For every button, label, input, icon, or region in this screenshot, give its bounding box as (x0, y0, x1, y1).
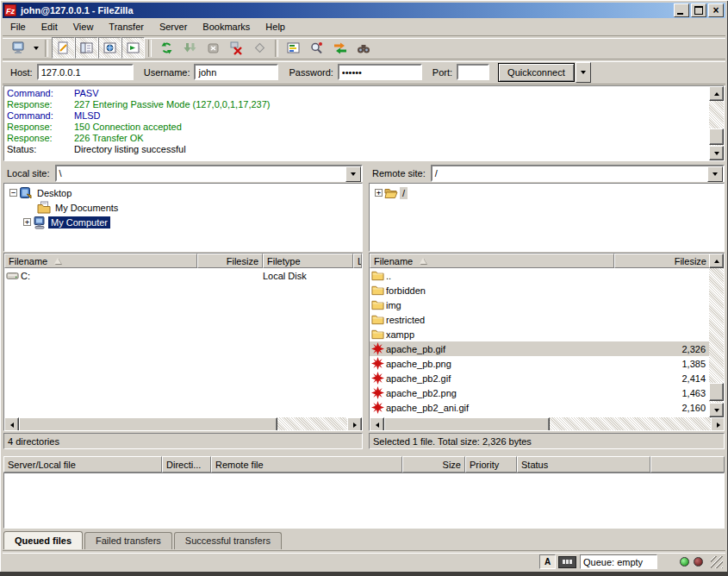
scroll-left-button[interactable] (370, 417, 384, 431)
column-header-direction[interactable]: Directi... (162, 456, 211, 473)
tree-item-desktop[interactable]: − Desktop (4, 185, 362, 200)
scroll-right-button[interactable] (711, 417, 725, 431)
column-header-size[interactable]: Size (402, 456, 465, 473)
column-header-status[interactable]: Status (517, 456, 650, 473)
menu-transfer[interactable]: Transfer (101, 19, 152, 34)
toggle-message-log-button[interactable] (52, 37, 75, 59)
title-bar[interactable]: Fz john@127.0.0.1 - FileZilla × (3, 3, 725, 18)
tab-queued-files[interactable]: Queued files (3, 531, 83, 549)
quickconnect-button[interactable]: Quickconnect (498, 63, 575, 82)
remote-file-row[interactable]: apache_pb.png 1,385 (370, 356, 711, 371)
queue-list[interactable] (3, 473, 725, 529)
log-line: Response:226 Transfer OK (4, 133, 708, 144)
remote-file-row[interactable]: restricted (370, 312, 711, 327)
tab-successful-transfers[interactable]: Successful transfers (174, 532, 282, 549)
remote-file-row[interactable]: xampp (370, 327, 711, 341)
column-header-filesize[interactable]: Filesize (197, 254, 263, 268)
host-input[interactable] (37, 64, 134, 80)
cancel-operation-button[interactable] (202, 37, 225, 59)
local-file-row[interactable]: C: Local Disk (4, 268, 362, 283)
tree-item-root[interactable]: + / (370, 185, 724, 200)
tree-item-my-computer[interactable]: + My Computer (4, 215, 362, 229)
scroll-thumb[interactable] (709, 128, 724, 145)
column-header-filesize[interactable]: Filesize (614, 254, 711, 268)
directory-comparison-button[interactable] (305, 37, 328, 59)
scroll-thumb[interactable] (19, 417, 277, 431)
quickconnect-dropdown[interactable] (576, 62, 591, 83)
scroll-down-button[interactable] (709, 146, 724, 160)
menu-help[interactable]: Help (258, 19, 293, 34)
expand-icon[interactable]: + (375, 189, 383, 197)
maximize-button[interactable] (691, 3, 706, 17)
menu-bookmarks[interactable]: Bookmarks (195, 19, 258, 34)
close-button[interactable]: × (708, 3, 724, 17)
filter-button[interactable] (282, 37, 305, 59)
column-header-priority[interactable]: Priority (465, 456, 517, 473)
local-horizontal-scrollbar[interactable] (4, 417, 362, 431)
column-header-server-local-file[interactable]: Server/Local file (3, 456, 162, 473)
toggle-remote-treeview-button[interactable] (98, 37, 121, 59)
remote-status-text: Selected 1 file. Total size: 2,326 bytes (373, 436, 532, 447)
column-header-filename[interactable]: Filename (370, 254, 614, 268)
scroll-up-button[interactable] (709, 254, 724, 268)
local-site-label: Local site: (3, 168, 55, 178)
combo-dropdown-button[interactable] (707, 166, 723, 182)
menu-edit[interactable]: Edit (34, 19, 65, 34)
scroll-thumb[interactable] (384, 417, 550, 431)
process-queue-button[interactable] (178, 37, 202, 59)
filter-icon (286, 41, 302, 56)
remote-file-row[interactable]: forbidden (370, 283, 711, 297)
collapse-icon[interactable]: − (9, 189, 17, 197)
toggle-local-treeview-button[interactable] (75, 37, 98, 59)
local-status-bar: 4 directories (3, 433, 363, 449)
site-manager-button[interactable] (7, 37, 30, 59)
site-manager-dropdown[interactable] (30, 38, 41, 58)
refresh-button[interactable] (155, 37, 178, 59)
expand-icon[interactable]: + (23, 218, 31, 226)
remote-list-body: .. forbidden img restricted xampp (370, 268, 711, 417)
find-files-button[interactable] (352, 37, 375, 59)
filezilla-window: Fz john@127.0.0.1 - FileZilla × File Edi… (0, 0, 728, 576)
synchronized-browsing-button[interactable] (328, 37, 352, 59)
local-site-bar: Local site: \ (3, 165, 363, 182)
tab-failed-transfers[interactable]: Failed transfers (84, 532, 172, 549)
my-computer-icon (33, 216, 47, 229)
scroll-up-button[interactable] (709, 86, 724, 101)
arrow-left-icon (10, 423, 14, 428)
combo-dropdown-button[interactable] (345, 166, 361, 182)
remote-horizontal-scrollbar[interactable] (370, 417, 725, 431)
column-header-filetype[interactable]: Filetype (263, 254, 353, 268)
tree-item-my-documents[interactable]: My Documents (4, 200, 362, 215)
remote-site-combobox[interactable]: / (431, 165, 725, 182)
scroll-thumb[interactable] (709, 383, 724, 401)
username-input[interactable] (194, 64, 278, 80)
scroll-right-button[interactable] (347, 417, 362, 431)
password-input[interactable] (338, 64, 422, 80)
local-site-combobox[interactable]: \ (55, 165, 363, 182)
minimize-button[interactable] (674, 3, 689, 17)
menu-view[interactable]: View (65, 19, 102, 34)
remote-file-row[interactable]: img (370, 297, 711, 312)
menu-server[interactable]: Server (152, 19, 195, 34)
scroll-down-button[interactable] (709, 403, 724, 417)
remote-file-row[interactable]: apache_pb2.gif 2,414 (370, 371, 711, 385)
menu-file[interactable]: File (3, 19, 34, 34)
message-log: Command:PASV Response:227 Entering Passi… (3, 85, 725, 161)
column-header-filename[interactable]: Filename (4, 254, 197, 268)
log-scrollbar[interactable] (709, 86, 724, 160)
remote-vertical-scrollbar[interactable] (709, 254, 724, 417)
column-header-last-modified[interactable]: L (353, 254, 362, 268)
remote-file-row-selected[interactable]: apache_pb.gif 2,326 (370, 341, 711, 356)
disconnect-button[interactable] (225, 37, 248, 59)
column-header-remote-file[interactable]: Remote file (211, 456, 402, 473)
resize-grip[interactable] (711, 556, 723, 568)
remote-file-row[interactable]: apache_pb2.png 1,463 (370, 385, 711, 400)
remote-file-row[interactable]: .. (370, 268, 711, 283)
port-input[interactable] (457, 64, 489, 80)
reconnect-button[interactable] (248, 37, 271, 59)
toggle-transfer-queue-button[interactable] (121, 37, 145, 59)
queue-status-text: Queue: empty (583, 557, 643, 567)
pane-splitter[interactable] (363, 165, 369, 450)
remote-file-row[interactable]: apache_pb2_ani.gif 2,160 (370, 400, 711, 415)
scroll-left-button[interactable] (4, 417, 19, 431)
